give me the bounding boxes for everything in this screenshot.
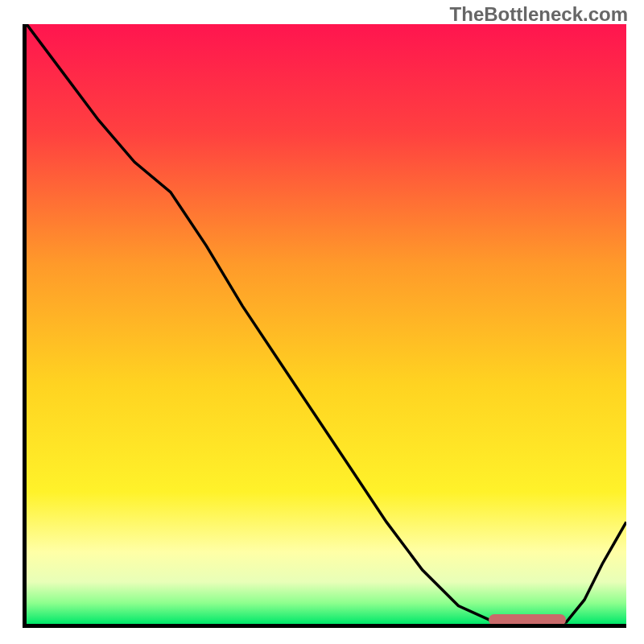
bottleneck-curve [27, 24, 626, 624]
chart-container: TheBottleneck.com [0, 0, 644, 644]
curve-path [27, 24, 626, 624]
optimal-range-marker [489, 614, 567, 625]
watermark-text: TheBottleneck.com [450, 3, 628, 26]
plot-area [23, 24, 626, 628]
